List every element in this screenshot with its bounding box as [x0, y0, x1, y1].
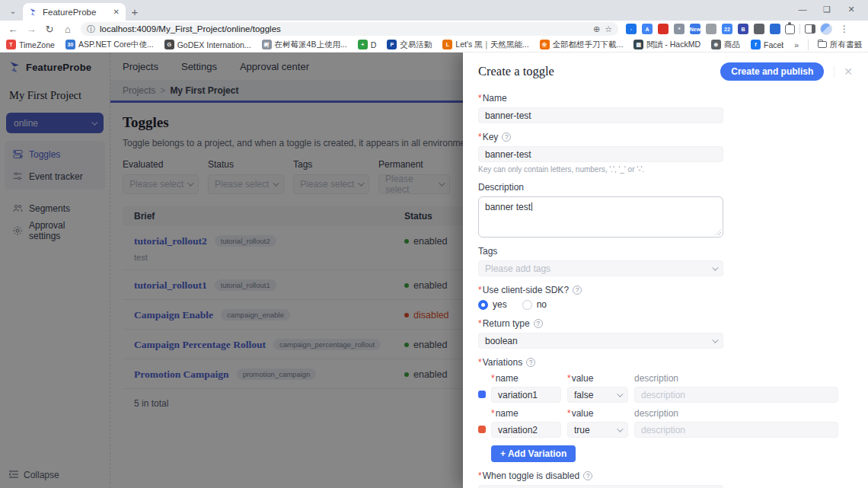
bookmark-favicon: ▤ [633, 40, 643, 49]
extension-icon[interactable]: B [738, 24, 748, 34]
sdk-option-yes[interactable]: yes [478, 299, 507, 310]
zoom-page-icon[interactable]: ⊕ [593, 24, 600, 34]
help-icon[interactable]: ? [534, 319, 543, 328]
bookmark-label: 在树莓派4B上使用... [275, 40, 347, 50]
variation-name-input[interactable] [491, 387, 561, 403]
bookmark-label: Facebook [764, 40, 783, 49]
description-textarea[interactable]: banner test [478, 196, 723, 238]
bookmark-star-icon[interactable]: ☆ [605, 24, 612, 34]
extension-icon[interactable]: * [674, 24, 685, 34]
sdk-option-no[interactable]: no [522, 299, 547, 310]
bookmark-item[interactable]: T TimeZone [6, 40, 55, 49]
bookmark-item[interactable]: 30 ASP.NET Core中使... [65, 40, 154, 50]
bookmark-item[interactable]: 树 在树莓派4B上使用... [262, 40, 347, 50]
bookmark-label: ASP.NET Core中使... [78, 40, 154, 50]
bookmark-item[interactable]: ⊕ 商品 [711, 40, 740, 50]
bookmark-item[interactable]: L Let's 黑｜天然黑能... [442, 40, 528, 50]
bookmark-item[interactable]: + D [358, 40, 377, 49]
browser-chrome: ⌄ FeatureProbe ✕ + — ❏ ✕ ← → ↻ ⌂ ⓘ local… [0, 0, 868, 53]
bookmark-item[interactable]: f Facebook [751, 40, 783, 49]
help-icon[interactable]: ? [583, 471, 592, 480]
forward-icon[interactable]: → [23, 22, 40, 36]
side-panel-icon[interactable] [805, 24, 815, 33]
extensions-row: ◦ A * New 22 B [623, 24, 783, 34]
close-window-button[interactable]: ✕ [839, 0, 863, 18]
chevron-down-icon [712, 336, 718, 343]
key-input[interactable] [478, 146, 723, 162]
url-text[interactable]: localhost:4009/My_First_Project/online/t… [100, 24, 589, 33]
home-icon[interactable]: ⌂ [59, 22, 76, 36]
variation-value-label: value [567, 408, 593, 419]
tab-close-icon[interactable]: ✕ [113, 8, 120, 16]
bookmark-favicon: ⊕ [711, 40, 721, 49]
sdk-yes-label: yes [493, 299, 507, 310]
bookmark-label: Let's 黑｜天然黑能... [455, 40, 528, 50]
address-bar[interactable]: ⓘ localhost:4009/My_First_Project/online… [81, 22, 618, 36]
name-input[interactable] [478, 107, 723, 123]
extension-icon[interactable] [754, 24, 764, 34]
help-icon[interactable]: ? [526, 358, 535, 367]
reload-icon[interactable]: ↻ [41, 22, 58, 36]
drawer-title: Create a toggle [478, 64, 720, 79]
back-icon[interactable]: ← [5, 22, 21, 36]
variation-description-field: description [634, 408, 838, 438]
name-label: Name [478, 93, 507, 104]
variation-value-select[interactable]: false [567, 387, 628, 403]
variation-rows: name value false [478, 373, 853, 438]
variation-value-label: value [567, 373, 593, 384]
new-tab-button[interactable]: + [126, 3, 144, 21]
bookmark-item[interactable]: P 交易活動 [387, 40, 432, 50]
tags-select[interactable]: Please add tags [478, 260, 723, 276]
variation-row: name value false [478, 373, 853, 403]
variation-value: true [574, 425, 590, 435]
bookmarks-overflow-icon[interactable]: » [794, 40, 799, 49]
variation-description-input[interactable] [634, 422, 838, 438]
extension-icon[interactable]: 22 [722, 24, 732, 34]
sdk-label: Use client-side SDK? [478, 285, 569, 295]
variation-name-label: name [491, 408, 519, 419]
help-icon[interactable]: ? [502, 132, 511, 142]
bookmark-item[interactable]: G GoDEX Internation... [164, 40, 251, 49]
browser-menu-icon[interactable]: ⋮ [837, 24, 852, 34]
variation-value: false [574, 390, 593, 400]
sdk-section: Use client-side SDK? ? yes no [478, 285, 853, 310]
radio-selected-icon [478, 300, 488, 310]
return-type-select[interactable]: boolean [478, 333, 723, 349]
bookmark-favicon: 30 [65, 40, 75, 49]
bookmark-item[interactable]: ▤ 閱讀 - HackMD [633, 40, 700, 50]
tab-search-icon[interactable]: ⌄ [6, 4, 20, 18]
extension-icon[interactable]: ◦ [626, 24, 637, 34]
screen: ⌄ FeatureProbe ✕ + — ❏ ✕ ← → ↻ ⌂ ⓘ local… [0, 0, 868, 488]
disabled-return-select[interactable]: variation1 [478, 485, 723, 488]
extension-icon[interactable] [706, 24, 716, 34]
variation-color-swatch[interactable] [478, 426, 486, 433]
create-toggle-form: Name Key ? Key can only contain letters,… [463, 88, 868, 488]
extension-icon[interactable] [658, 24, 669, 34]
toolbar-divider [799, 24, 800, 34]
variation-color-swatch[interactable] [478, 391, 486, 398]
bookmark-item[interactable]: 全 全部都想手刀下載... [540, 40, 624, 50]
minimize-button[interactable]: — [790, 0, 815, 18]
sdk-radio-group: yes no [478, 299, 853, 310]
profile-avatar[interactable] [820, 23, 832, 35]
extension-icon[interactable]: New [690, 24, 700, 34]
key-hint: Key can only contain letters, numbers, '… [478, 165, 853, 174]
sdk-no-label: no [537, 299, 547, 310]
bookmark-label: 全部都想手刀下載... [553, 40, 624, 50]
extension-icon[interactable]: A [642, 24, 653, 34]
site-info-icon[interactable]: ⓘ [87, 24, 95, 35]
variation-value-select[interactable]: true [567, 422, 628, 438]
variation-row: name value true [478, 408, 853, 438]
extension-icon[interactable] [770, 24, 780, 34]
close-drawer-icon[interactable]: ✕ [834, 65, 853, 78]
maximize-button[interactable]: ❏ [815, 0, 839, 18]
extensions-puzzle-icon[interactable] [785, 24, 795, 34]
variation-description-input[interactable] [634, 387, 838, 403]
create-and-publish-button[interactable]: Create and publish [720, 62, 824, 81]
all-bookmarks-button[interactable]: 所有書籤 [818, 40, 862, 50]
disabled-return-section: When toggle is disabled ? variation1 [478, 470, 853, 488]
browser-tab[interactable]: FeatureProbe ✕ [23, 3, 126, 21]
variation-name-input[interactable] [491, 422, 561, 438]
help-icon[interactable]: ? [573, 285, 582, 295]
add-variation-button[interactable]: + Add Variation [491, 445, 576, 462]
